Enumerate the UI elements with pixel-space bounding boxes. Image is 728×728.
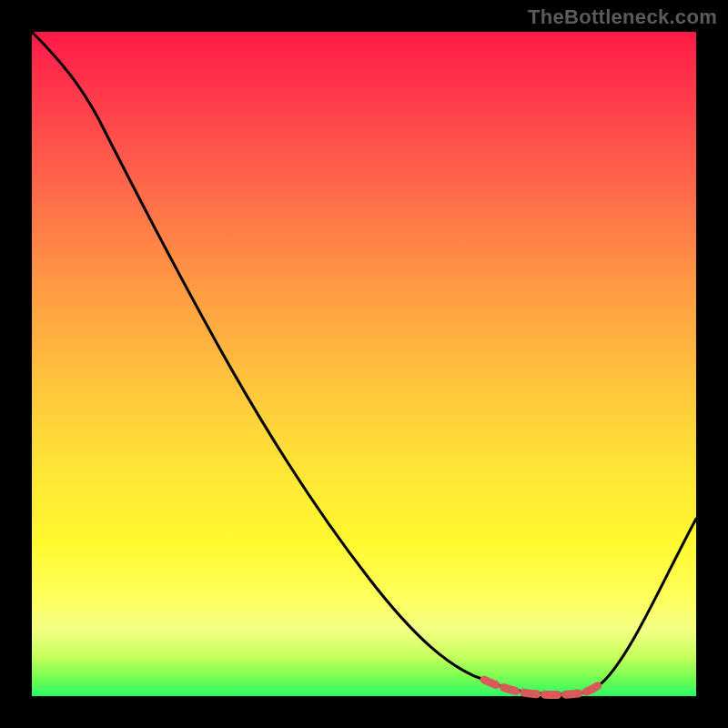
chart-svg (32, 32, 696, 696)
plot-area (32, 32, 696, 696)
optimal-band (484, 680, 602, 695)
bottleneck-curve (32, 32, 696, 694)
chart-frame: TheBottleneck.com (0, 0, 728, 728)
watermark-text: TheBottleneck.com (528, 5, 717, 29)
